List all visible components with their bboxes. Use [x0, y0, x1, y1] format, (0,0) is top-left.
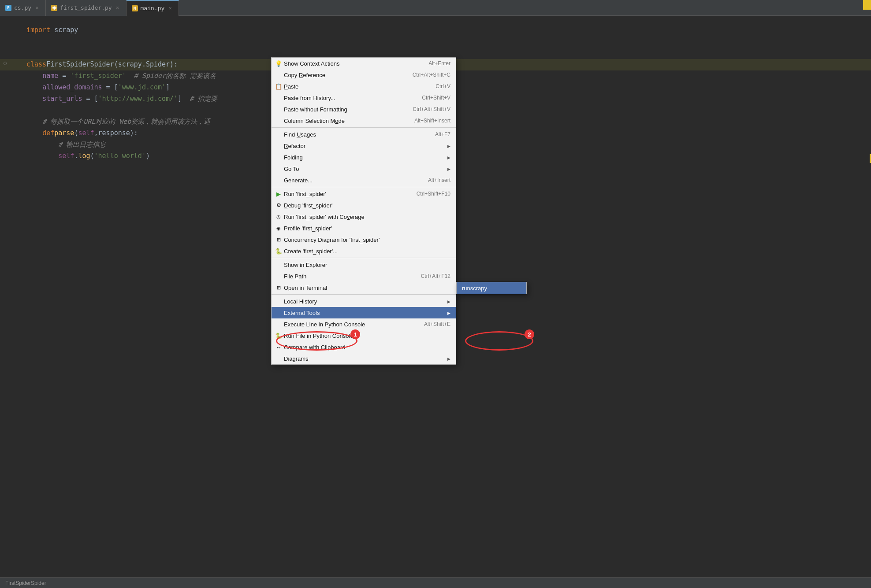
menu-label-create-first-spider: Create 'first_spider'... [284, 248, 338, 255]
coverage-icon: ◎ [275, 213, 282, 220]
code-line-2 [0, 36, 871, 48]
menu-label-open-in-terminal: Open in Terminal [284, 285, 327, 291]
menu-label-copy-reference: Copy Reference [284, 72, 325, 78]
tab-icon-main: M [132, 5, 138, 11]
menu-external-tools[interactable]: External Tools [272, 307, 456, 318]
menu-label-debug-first-spider: Debug 'first_spider' [284, 202, 332, 209]
menu-copy-reference[interactable]: Copy Reference Ctrl+Alt+Shift+C [272, 69, 456, 81]
menu-label-show-context-actions: Show Context Actions [284, 60, 339, 67]
submenu-arrow-external-tools [447, 310, 450, 315]
external-tools-submenu: runscrapy [456, 282, 527, 294]
concurrency-icon: ⊞ [275, 236, 282, 243]
annotation-number-1: 1 [350, 329, 360, 339]
tab-main-py[interactable]: M main.py ✕ [127, 0, 179, 16]
tab-cs-py[interactable]: P cs.py ✕ [0, 0, 46, 16]
menu-folding[interactable]: Folding [272, 152, 456, 163]
tab-close-cs[interactable]: ✕ [34, 5, 40, 11]
menu-label-refactor: Refactor [284, 143, 305, 149]
menu-shortcut-paste-without-formatting: Ctrl+Alt+Shift+V [413, 106, 450, 112]
separator-4 [272, 294, 456, 295]
tab-label-cs: cs.py [14, 4, 31, 11]
status-bar-text: FirstSpiderSpider [5, 580, 46, 586]
menu-debug-first-spider[interactable]: ⚙ Debug 'first_spider' [272, 200, 456, 211]
terminal-icon: ⊞ [275, 284, 282, 291]
annotation-circle-2 [465, 331, 533, 351]
lightbulb-icon: 💡 [275, 60, 282, 67]
menu-file-path[interactable]: File Path Ctrl+Alt+F12 [272, 270, 456, 282]
submenu-arrow-folding [447, 155, 450, 160]
menu-label-paste-without-formatting: Paste without Formatting [284, 106, 347, 113]
menu-label-diagrams: Diagrams [284, 355, 309, 362]
menu-shortcut-find-usages: Alt+F7 [435, 131, 450, 137]
editor-area: P cs.py ✕ 🕷 first_spider.py ✕ M main.py … [0, 0, 871, 588]
paste-icon: 📋 [275, 83, 282, 90]
tab-close-first-spider[interactable]: ✕ [115, 5, 121, 11]
tab-icon-first-spider: 🕷 [51, 5, 57, 11]
menu-shortcut-generate: Alt+Insert [428, 177, 450, 183]
menu-go-to[interactable]: Go To [272, 163, 456, 174]
menu-shortcut-run: Ctrl+Shift+F10 [417, 191, 450, 197]
tab-first-spider-py[interactable]: 🕷 first_spider.py ✕ [46, 0, 126, 16]
menu-label-local-history: Local History [284, 298, 317, 305]
menu-label-show-in-explorer: Show in Explorer [284, 262, 327, 268]
separator-1 [272, 127, 456, 128]
menu-execute-line[interactable]: Execute Line in Python Console Alt+Shift… [272, 318, 456, 330]
menu-label-folding: Folding [284, 154, 303, 161]
menu-label-execute-line: Execute Line in Python Console [284, 321, 365, 328]
menu-label-find-usages: Find Usages [284, 131, 316, 138]
menu-find-usages[interactable]: Find Usages Alt+F7 [272, 129, 456, 140]
menu-paste-from-history[interactable]: Paste from History... Ctrl+Shift+V [272, 92, 456, 104]
menu-label-run-with-coverage: Run 'first_spider' with Coverage [284, 214, 365, 220]
menu-concurrency-diagram[interactable]: ⊞ Concurrency Diagram for 'first_spider' [272, 234, 456, 245]
menu-local-history[interactable]: Local History [272, 296, 456, 307]
menu-diagrams[interactable]: Diagrams [272, 353, 456, 364]
status-bar: FirstSpiderSpider [0, 577, 871, 588]
menu-shortcut-paste-from-history: Ctrl+Shift+V [422, 95, 450, 101]
menu-label-run-first-spider: Run 'first_spider' [284, 191, 326, 197]
menu-run-with-coverage[interactable]: ◎ Run 'first_spider' with Coverage [272, 211, 456, 222]
menu-label-concurrency-diagram: Concurrency Diagram for 'first_spider' [284, 237, 380, 243]
menu-create-first-spider[interactable]: 🐍 Create 'first_spider'... [272, 245, 456, 257]
python-icon: 🐍 [275, 248, 282, 255]
menu-show-context-actions[interactable]: 💡 Show Context Actions Alt+Enter [272, 58, 456, 69]
menu-shortcut-paste: Ctrl+V [436, 83, 450, 89]
menu-column-selection-mode[interactable]: Column Selection Mode Alt+Shift+Insert [272, 115, 456, 126]
menu-label-file-path: File Path [284, 273, 306, 280]
submenu-arrow-refactor [447, 143, 450, 148]
menu-label-profile-first-spider: Profile 'first_spider' [284, 225, 332, 232]
run-icon: ▶ [275, 190, 282, 197]
menu-label-column-selection: Column Selection Mode [284, 118, 345, 124]
profile-icon: ◉ [275, 225, 282, 232]
tab-label-first-spider: first_spider.py [60, 4, 112, 11]
code-line-1: import scrapy [0, 25, 871, 36]
menu-profile-first-spider[interactable]: ◉ Profile 'first_spider' [272, 222, 456, 234]
menu-label-generate: Generate... [284, 177, 313, 184]
submenu-item-runscrapy[interactable]: runscrapy [457, 282, 526, 294]
tab-close-main[interactable]: ✕ [167, 5, 173, 11]
menu-paste[interactable]: 📋 Paste Ctrl+V [272, 81, 456, 92]
annotation-number-2: 2 [525, 329, 534, 339]
separator-3 [272, 258, 456, 258]
menu-open-in-terminal[interactable]: ⊞ Open in Terminal [272, 282, 456, 293]
separator-2 [272, 187, 456, 187]
submenu-arrow-goto [447, 166, 450, 171]
yellow-marker-top [863, 0, 871, 10]
tab-label-main: main.py [141, 5, 165, 11]
submenu-arrow-local-history [447, 299, 450, 304]
menu-shortcut-execute-line: Alt+Shift+E [424, 321, 450, 327]
menu-shortcut-file-path: Ctrl+Alt+F12 [421, 273, 450, 279]
submenu-label-runscrapy: runscrapy [462, 285, 487, 292]
menu-run-first-spider[interactable]: ▶ Run 'first_spider' Ctrl+Shift+F10 [272, 188, 456, 200]
menu-label-go-to: Go To [284, 166, 299, 172]
menu-shortcut-copy-reference: Ctrl+Alt+Shift+C [413, 72, 450, 78]
menu-label-paste: Paste [284, 83, 298, 90]
menu-label-paste-from-history: Paste from History... [284, 95, 335, 101]
menu-refactor[interactable]: Refactor [272, 140, 456, 152]
menu-paste-without-formatting[interactable]: Paste without Formatting Ctrl+Alt+Shift+… [272, 104, 456, 115]
context-menu: 💡 Show Context Actions Alt+Enter Copy Re… [271, 57, 456, 365]
menu-show-in-explorer[interactable]: Show in Explorer [272, 259, 456, 270]
menu-generate[interactable]: Generate... Alt+Insert [272, 174, 456, 186]
menu-shortcut-column-selection: Alt+Shift+Insert [414, 118, 450, 124]
debug-icon: ⚙ [275, 202, 282, 209]
annotation-circle-1 [276, 331, 357, 351]
